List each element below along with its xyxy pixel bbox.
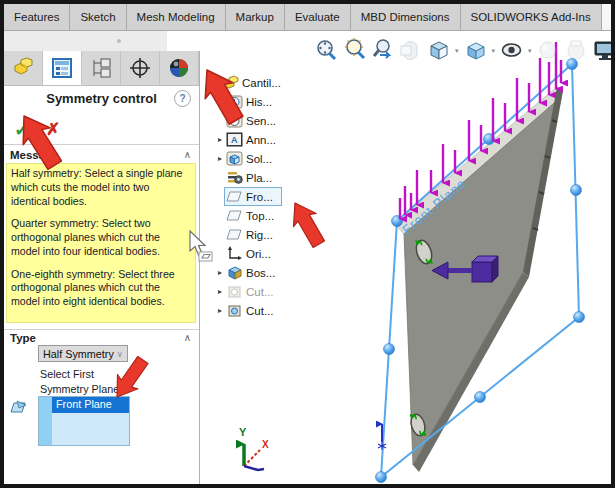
tab-markup[interactable]: Markup (226, 4, 285, 30)
expander-icon[interactable]: ▸ (214, 154, 226, 163)
zoom-fit-icon[interactable] (314, 38, 339, 63)
type-section-header[interactable]: Type ∧ (4, 329, 199, 345)
message-paragraph: Quarter symmetry: Select two orthogonal … (11, 217, 191, 258)
message-box: Half symmetry: Select a single plane whi… (6, 163, 196, 323)
tree-item-label: Bos... (246, 267, 275, 279)
plane-icon (226, 208, 243, 223)
tree-item-label: Fro... (246, 191, 273, 203)
command-tab-bar: Features Sketch Mesh Modeling Markup Eva… (4, 4, 611, 31)
view-toolbar: ▾ ▾ ▾ (314, 38, 615, 63)
tab-simulation[interactable]: Simulation (602, 4, 615, 30)
tree-item-label: Pla... (246, 172, 272, 184)
part-icon (11, 57, 35, 79)
boss-extrude-icon (226, 265, 243, 280)
dropdown-arrow-icon[interactable]: ▾ (455, 47, 459, 55)
symmetry-plane-listbox[interactable]: Front Plane (38, 396, 130, 446)
view-orientation-icon[interactable] (426, 38, 451, 63)
tree-item-label: Ann... (246, 134, 276, 146)
origin-icon (226, 246, 243, 261)
tab-feature-manager[interactable] (4, 51, 43, 85)
tree-item-label: Ori... (246, 248, 271, 260)
tab-evaluate[interactable]: Evaluate (285, 4, 351, 30)
listbox-selection-band (39, 397, 52, 445)
page-title: Symmetry control (4, 91, 199, 106)
tree-item-material[interactable]: Pla... (214, 168, 318, 187)
previous-view-icon[interactable] (370, 38, 395, 63)
svg-text:Y: Y (239, 426, 247, 438)
coordinate-triad: Y X (239, 426, 269, 470)
hide-show-items-icon[interactable] (499, 38, 524, 63)
panel-tab-row (4, 51, 199, 86)
scene-apply-icon[interactable] (564, 38, 589, 63)
screenshot-frame: Features Sketch Mesh Modeling Markup Eva… (0, 0, 615, 488)
tab-mbd-dimensions[interactable]: MBD Dimensions (351, 4, 461, 30)
tab-configuration-manager[interactable] (82, 51, 121, 85)
tree-item-label: Cut... (246, 286, 273, 298)
property-manager-icon (50, 57, 74, 79)
tree-item-cut-extrude-suppressed[interactable]: ▸ Cut... (214, 282, 318, 301)
target-icon (128, 57, 152, 79)
type-section-label: Type (10, 332, 36, 344)
cut-extrude-icon (226, 303, 243, 318)
tree-item-label: Rig... (246, 229, 273, 241)
mouse-cursor-icon (187, 230, 215, 262)
tab-property-manager[interactable] (43, 51, 82, 85)
plane-icon (226, 227, 243, 242)
tree-item-label: Top... (246, 210, 274, 222)
view-settings-monitor-icon[interactable] (592, 38, 615, 63)
expander-icon[interactable]: ▸ (214, 287, 226, 296)
tab-mesh-modeling[interactable]: Mesh Modeling (127, 4, 226, 30)
plane-icon (226, 189, 243, 204)
zoom-area-icon[interactable] (342, 38, 367, 63)
dropdown-arrow-icon[interactable]: ▾ (528, 47, 532, 55)
material-icon (226, 170, 243, 185)
toolbar-dot (117, 39, 121, 43)
chevron-down-icon: ∨ (116, 349, 123, 359)
dropdown-arrow-icon[interactable]: ▾ (492, 47, 496, 55)
expander-icon[interactable]: ▸ (214, 268, 226, 277)
svg-text:A: A (231, 135, 238, 145)
collapse-chevron-icon[interactable]: ∧ (184, 149, 191, 160)
tree-item-annotations[interactable]: ▸ A Ann... (214, 130, 318, 149)
tab-sketch[interactable]: Sketch (70, 4, 126, 30)
tree-item-label: Sol... (246, 153, 272, 165)
edit-appearance-icon[interactable] (536, 38, 561, 63)
toolbar-strip (4, 31, 167, 52)
dropdown-value: Half Symmetry (43, 348, 114, 360)
help-icon[interactable]: ? (174, 90, 191, 107)
tree-item-label: Cut... (246, 305, 273, 317)
expander-icon[interactable]: ▸ (214, 135, 226, 144)
cut-extrude-icon (226, 284, 243, 299)
solid-bodies-icon (226, 151, 243, 166)
section-view-icon[interactable] (398, 38, 423, 63)
tree-item-label: Cantil... (242, 77, 281, 89)
tab-dimxpert-manager[interactable] (121, 51, 160, 85)
symmetry-type-dropdown[interactable]: Half Symmetry ∨ (38, 345, 128, 362)
tree-item-solid-bodies[interactable]: ▸ Sol... (214, 149, 318, 168)
tab-solidworks-addins[interactable]: SOLIDWORKS Add-Ins (461, 4, 602, 30)
tree-item-cut-extrude[interactable]: ▸ Cut... (214, 301, 318, 320)
plane-icon (10, 400, 28, 416)
display-sphere-icon (167, 57, 191, 79)
configuration-icon (89, 57, 113, 79)
collapse-chevron-icon[interactable]: ∧ (184, 332, 191, 343)
annotations-icon: A (226, 132, 243, 147)
tab-features[interactable]: Features (4, 4, 70, 30)
message-paragraph: One-eighth symmetry: Select three orthog… (11, 268, 191, 309)
tree-item-boss-extrude[interactable]: ▸ Bos... (214, 263, 318, 282)
svg-text:X: X (262, 439, 269, 450)
display-style-cube-icon[interactable] (463, 38, 488, 63)
expander-icon[interactable]: ▸ (214, 306, 226, 315)
